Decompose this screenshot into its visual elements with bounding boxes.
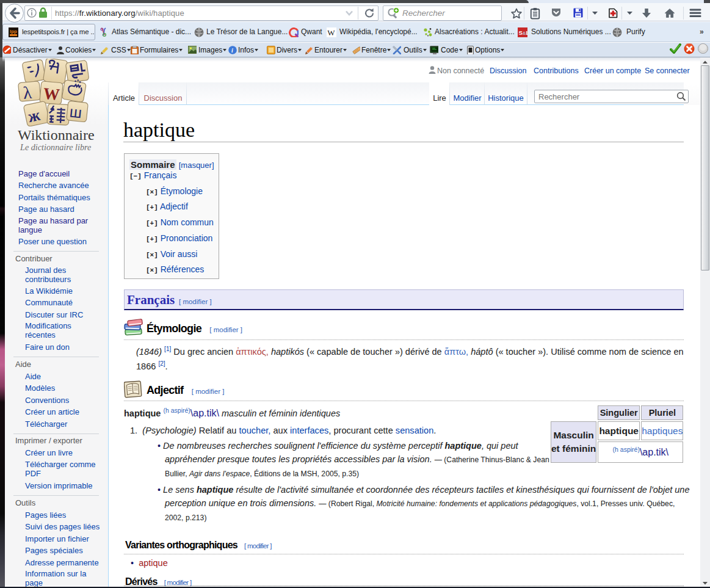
svg-text:S&L: S&L — [518, 29, 527, 36]
svg-text:λ: λ — [22, 82, 32, 103]
svg-text:ш: ш — [69, 103, 83, 121]
svg-text:i: i — [231, 47, 233, 54]
svg-text:W: W — [327, 28, 335, 37]
svg-text:W: W — [43, 84, 61, 104]
svg-text:lpp: lpp — [10, 29, 17, 34]
